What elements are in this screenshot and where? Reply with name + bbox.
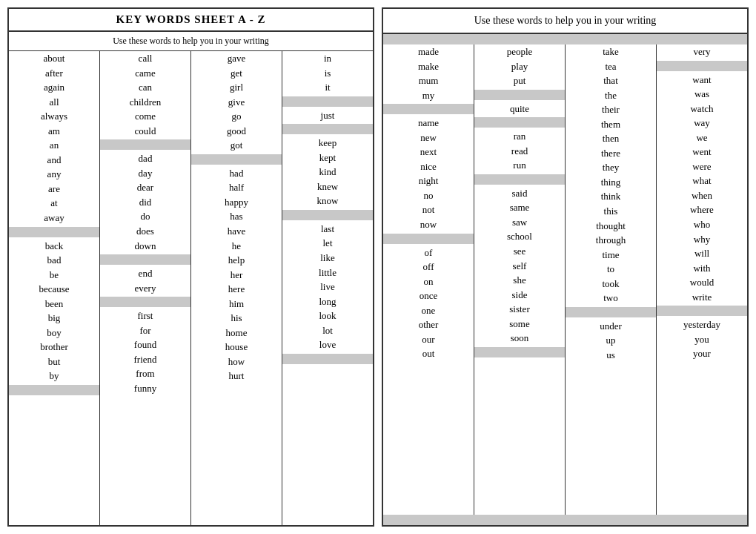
word: came [100, 66, 190, 81]
word: all [9, 95, 99, 110]
word: is [282, 66, 373, 81]
word: hurt [191, 369, 282, 383]
word: quite [474, 102, 565, 116]
word: why [657, 232, 747, 247]
word: always [9, 109, 99, 124]
gray-divider [474, 117, 565, 128]
word: our [383, 332, 474, 347]
left-col-4: in is it just keep kept kind knew know l… [282, 51, 373, 525]
right-title: Use these words to help you in your writ… [383, 9, 747, 34]
word: go [191, 109, 282, 124]
word: where [657, 202, 747, 217]
right-col-4: very want was watch way we went were wha… [657, 44, 747, 515]
word: write [657, 290, 747, 305]
word: first [100, 309, 190, 323]
word: boy [9, 326, 99, 340]
word: an [9, 138, 99, 153]
gray-divider [383, 104, 474, 114]
word: lot [282, 323, 373, 338]
word: side [474, 288, 565, 303]
word: be [9, 268, 99, 283]
word: ran [474, 129, 565, 144]
word: thought [566, 219, 656, 234]
word: who [657, 217, 747, 232]
word: your [657, 346, 747, 361]
word: by [9, 369, 99, 383]
word: funny [100, 381, 190, 396]
word: on [383, 274, 474, 289]
word: girl [191, 80, 282, 95]
word: had [191, 166, 282, 181]
gray-divider [191, 154, 282, 165]
word: found [100, 337, 190, 352]
word: half [191, 180, 282, 195]
left-col-1: about after again all always am an and a… [9, 51, 100, 525]
word: children [100, 95, 190, 110]
word: with [657, 261, 747, 276]
word: saw [474, 215, 565, 230]
word: not [383, 202, 474, 217]
word: think [566, 189, 656, 204]
word: about [9, 51, 99, 66]
word: new [383, 131, 474, 145]
word: bad [9, 253, 99, 268]
word: play [474, 59, 565, 74]
word: love [282, 337, 373, 352]
word: one [383, 303, 474, 318]
word: day [100, 166, 190, 181]
word: any [9, 167, 99, 182]
word: will [657, 246, 747, 261]
word: little [282, 266, 373, 280]
word: this [566, 204, 656, 219]
word: know [282, 194, 373, 208]
left-col-2: call came can children come could dad da… [100, 51, 191, 525]
word: got [191, 138, 282, 153]
word: other [383, 317, 474, 332]
word: made [383, 44, 474, 59]
word: end [100, 266, 190, 281]
word: of [383, 245, 474, 260]
right-sheet: Use these words to help you in your writ… [382, 7, 749, 527]
word: want [657, 73, 747, 88]
word: keep [282, 136, 373, 151]
word: live [282, 280, 373, 294]
word: went [657, 145, 747, 159]
word: here [191, 282, 282, 297]
word: time [566, 248, 656, 263]
word: gave [191, 51, 282, 66]
word: he [191, 239, 282, 254]
word: him [191, 297, 282, 312]
word: no [383, 188, 474, 203]
word: like [282, 251, 373, 266]
word: knew [282, 179, 373, 194]
word: could [100, 124, 190, 139]
word: am [9, 124, 99, 139]
right-columns: made make mum my name new next nice nigh… [383, 44, 747, 515]
word: once [383, 289, 474, 303]
word: soon [474, 331, 565, 346]
word: run [474, 158, 565, 173]
word: then [566, 131, 656, 146]
word: for [100, 323, 190, 338]
word: how [191, 355, 282, 369]
word: my [383, 88, 474, 103]
gray-divider [100, 297, 190, 307]
word: thing [566, 175, 656, 190]
word: under [566, 319, 656, 334]
word: home [191, 326, 282, 340]
word: us [566, 348, 656, 363]
word: they [566, 160, 656, 175]
word: good [191, 124, 282, 139]
left-title: KEY WORDS SHEET A - Z [9, 9, 373, 32]
word: she [474, 273, 565, 288]
word: read [474, 144, 565, 159]
word: and [9, 153, 99, 168]
word: in [282, 51, 373, 66]
gray-divider [9, 385, 99, 395]
word: do [100, 209, 190, 224]
left-col-3: gave get girl give go good got had half … [191, 51, 282, 525]
word: what [657, 174, 747, 188]
gray-divider [282, 354, 373, 364]
word: been [9, 297, 99, 312]
word: the [566, 88, 656, 103]
